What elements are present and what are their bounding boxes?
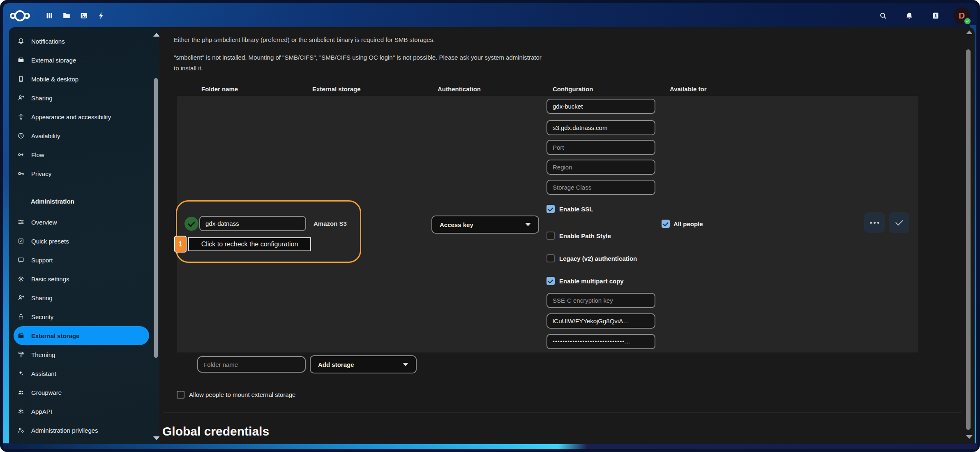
- sidebar-scroll-down-icon[interactable]: [153, 436, 160, 440]
- main-scrollbar-thumb[interactable]: [966, 49, 971, 430]
- column-header-available-for: Available for: [670, 86, 706, 93]
- paint-icon: [17, 351, 25, 358]
- sidebar-item-appearance-and-accessibility[interactable]: Appearance and accessibility: [14, 107, 149, 126]
- notifications-icon[interactable]: [904, 11, 914, 21]
- presets-icon: [17, 237, 25, 245]
- smb-notice-line1: Either the php-smbclient library (prefer…: [174, 35, 542, 45]
- sidebar-item-overview[interactable]: Overview: [14, 213, 149, 232]
- sidebar-section-administration: Administration: [9, 192, 159, 211]
- sidebar-item-external-storage[interactable]: External storage: [14, 326, 149, 345]
- available-for-checkbox[interactable]: [662, 220, 670, 228]
- nextcloud-logo[interactable]: [10, 10, 30, 21]
- sidebar-item-label: Sharing: [31, 294, 53, 301]
- sidebar-item-flow[interactable]: Flow: [14, 145, 149, 164]
- sidebar-item-notifications[interactable]: Notifications: [14, 32, 149, 51]
- row-save-button[interactable]: [889, 212, 909, 233]
- sidebar-item-label: Groupware: [31, 389, 62, 396]
- sidebar-item-mobile-desktop[interactable]: Mobile & desktop: [14, 70, 149, 88]
- row-more-options-button[interactable]: [864, 212, 885, 233]
- sidebar-item-label: AppAPI: [31, 408, 52, 415]
- config-input-value-10[interactable]: [546, 313, 655, 329]
- available-for-cell: All people: [662, 220, 703, 228]
- authentication-select[interactable]: Access key: [431, 216, 539, 234]
- sidebar-item-sharing[interactable]: Sharing: [14, 88, 149, 107]
- checkbox-legacy-v2-authentication[interactable]: [546, 254, 555, 262]
- sidebar-item-groupware[interactable]: Groupware: [14, 383, 149, 402]
- checkbox-label: Enable multipart copy: [559, 278, 624, 285]
- sidebar-item-label: Security: [31, 313, 53, 320]
- sidebar-item-administration-privileges[interactable]: Administration privileges: [14, 421, 149, 440]
- sidebar-item-label: External storage: [31, 332, 80, 339]
- sidebar-item-security[interactable]: Security: [14, 307, 149, 326]
- main-scroll-up-icon[interactable]: [966, 30, 973, 34]
- main-scroll-down-icon[interactable]: [966, 435, 973, 439]
- available-for-label: All people: [673, 220, 703, 227]
- storage-status-ok-icon[interactable]: [184, 217, 198, 231]
- photos-icon[interactable]: [79, 11, 89, 21]
- sidebar-item-quick-presets[interactable]: Quick presets: [14, 232, 149, 250]
- column-header-folder-name: Folder name: [201, 86, 238, 93]
- sidebar-scrollbar-thumb[interactable]: [154, 78, 158, 358]
- allow-mount-label: Allow people to mount external storage: [189, 391, 295, 398]
- nextcloud-admin-window: D NotificationsExternal storageMobile & …: [0, 0, 980, 452]
- sidebar-item-label: Administration privileges: [31, 427, 98, 434]
- config-input-port[interactable]: [546, 140, 655, 155]
- sidebar-item-sharing[interactable]: Sharing: [14, 288, 149, 307]
- sidebar-item-label: External storage: [31, 57, 76, 64]
- checkbox-enable-ssl[interactable]: [546, 205, 555, 213]
- config-input-value-11[interactable]: [546, 334, 655, 349]
- checkbox-enable-multipart-copy[interactable]: [546, 277, 555, 285]
- avatar[interactable]: D: [953, 7, 970, 24]
- sidebar-item-basic-settings[interactable]: Basic settings: [14, 269, 149, 288]
- sidebar-item-appapi[interactable]: AppAPI: [14, 402, 149, 421]
- smb-notice-line3: to install it.: [174, 63, 542, 74]
- activity-icon[interactable]: [96, 11, 106, 21]
- external-storage-icon: [17, 332, 25, 339]
- sidebar-item-label: Overview: [31, 219, 57, 226]
- config-input-sse-c-encryption-key[interactable]: [546, 293, 655, 308]
- contacts-icon[interactable]: [931, 11, 941, 21]
- sidebar-item-privacy[interactable]: Privacy: [14, 164, 149, 183]
- config-option-enable-multipart-copy: Enable multipart copy: [546, 277, 624, 285]
- config-input-value-0[interactable]: [546, 99, 655, 114]
- sidebar-item-label: Notifications: [31, 38, 65, 45]
- person-gear-icon: [17, 427, 25, 434]
- chevron-down-icon: [525, 223, 531, 226]
- global-credentials-heading: Global credentials: [162, 424, 269, 438]
- check-icon: [895, 218, 903, 225]
- sidebar-item-assistant[interactable]: Assistant: [14, 364, 149, 383]
- bell-icon: [17, 37, 25, 45]
- search-icon[interactable]: [878, 11, 888, 21]
- sidebar-item-support[interactable]: Support: [14, 250, 149, 269]
- checkbox-enable-path-style[interactable]: [546, 232, 555, 240]
- sparkles-icon: [17, 370, 25, 377]
- share-icon: [17, 294, 25, 301]
- sidebar-item-label: Sharing: [31, 95, 53, 102]
- files-icon[interactable]: [62, 11, 71, 21]
- lock-icon: [17, 313, 25, 320]
- sidebar-scroll-up-icon[interactable]: [153, 33, 160, 37]
- asterisk-icon: [17, 408, 25, 415]
- config-input-region[interactable]: [546, 160, 655, 175]
- chevron-down-icon: [403, 363, 408, 366]
- app-content-panel: NotificationsExternal storageMobile & de…: [9, 27, 975, 444]
- allow-mount-checkbox[interactable]: [177, 391, 184, 399]
- dashboard-icon[interactable]: [44, 11, 54, 21]
- sidebar-item-label: Appearance and accessibility: [31, 114, 111, 121]
- sidebar-item-label: Privacy: [31, 170, 51, 177]
- config-input-value-1[interactable]: [546, 120, 655, 135]
- sidebar-item-theming[interactable]: Theming: [14, 345, 149, 364]
- config-option-legacy-v2-authentication: Legacy (v2) authentication: [546, 254, 637, 262]
- new-folder-name-input[interactable]: [197, 356, 306, 373]
- add-storage-select[interactable]: Add storage: [310, 355, 417, 373]
- sidebar-item-external-storage[interactable]: External storage: [14, 51, 149, 70]
- topbar-right-icons: D: [874, 7, 970, 24]
- sidebar-item-availability[interactable]: Availability: [14, 126, 149, 145]
- folder-name-input[interactable]: [199, 216, 306, 231]
- sidebar-item-label: Mobile & desktop: [31, 76, 78, 83]
- more-options-icon: [870, 222, 879, 224]
- checkbox-label: Enable SSL: [559, 206, 593, 213]
- config-input-storage-class[interactable]: [546, 180, 655, 195]
- sidebar-navigation-list: NotificationsExternal storageMobile & de…: [9, 27, 159, 440]
- sidebar-item-label: Flow: [31, 151, 44, 158]
